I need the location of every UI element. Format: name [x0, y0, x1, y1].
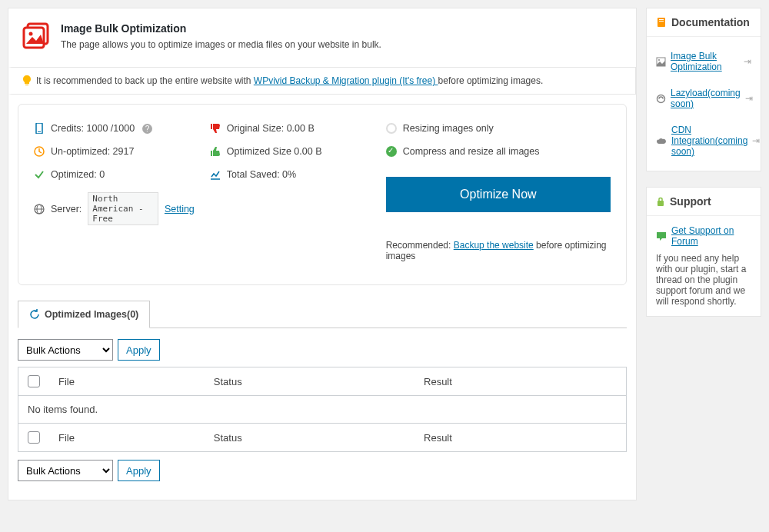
- backup-plugin-link[interactable]: WPvivid Backup & Migration plugin (It's …: [254, 75, 438, 86]
- chart-icon: [210, 169, 221, 180]
- external-icon: ⇥: [752, 135, 760, 146]
- radio-resize-only[interactable]: [386, 123, 397, 134]
- radio-compress-resize[interactable]: [386, 146, 397, 157]
- select-all-checkbox-top[interactable]: [28, 375, 40, 387]
- check-icon: [34, 169, 45, 180]
- results-table: File Status Result No items found. File …: [18, 367, 627, 452]
- bulk-actions-select-top[interactable]: Bulk Actions: [18, 339, 113, 361]
- total-saved-text: Total Saved: 0%: [227, 169, 296, 180]
- tabs-row: Optimized Images(0): [18, 301, 627, 328]
- support-forum-link[interactable]: Get Support on Forum: [671, 225, 751, 247]
- optimized-size-text: Optimized Size 0.00 B: [227, 146, 322, 157]
- lock-icon: [656, 196, 665, 207]
- col-status: Status: [205, 367, 414, 396]
- doc-link-cdn[interactable]: CDN Integration(coming soon): [671, 125, 747, 157]
- cloud-icon: [656, 137, 667, 145]
- documentation-box: Documentation Image Bulk Optimization ⇥ …: [646, 8, 761, 171]
- svg-rect-9: [657, 18, 665, 27]
- server-value: North American - Free: [88, 192, 158, 225]
- clock-icon: [34, 146, 45, 157]
- backup-notice: It is recommended to back up the entire …: [8, 67, 636, 95]
- svg-point-2: [29, 32, 33, 36]
- svg-rect-15: [657, 201, 664, 206]
- col-result: Result: [414, 367, 626, 396]
- documentation-heading: Documentation: [671, 16, 750, 28]
- lightbulb-icon: [22, 75, 32, 86]
- doc-link-bulk[interactable]: Image Bulk Optimization: [671, 51, 739, 72]
- svg-rect-11: [659, 21, 664, 22]
- svg-rect-4: [38, 131, 41, 132]
- empty-row: No items found.: [18, 396, 627, 424]
- credits-text: Credits: 1000 /1000: [51, 123, 135, 134]
- support-description: If you need any help with our plugin, st…: [656, 253, 751, 307]
- refresh-icon: [29, 309, 40, 320]
- notice-text-before: It is recommended to back up the entire …: [36, 75, 254, 86]
- book-icon: [656, 17, 667, 28]
- thumbs-down-icon: [210, 123, 221, 134]
- image-icon: [656, 57, 666, 67]
- option-compress-label: Compress and resize all images: [403, 146, 540, 157]
- backup-website-link[interactable]: Backup the website: [454, 240, 534, 251]
- original-size-text: Original Size: 0.00 B: [227, 123, 315, 134]
- unoptimized-text: Un-optimized: 2917: [51, 146, 134, 157]
- globe-icon: [34, 204, 45, 214]
- optimized-text: Optimized: 0: [51, 169, 105, 180]
- support-heading: Support: [670, 195, 711, 208]
- lazy-icon: [656, 94, 666, 104]
- comment-icon: [656, 231, 667, 241]
- col-file: File: [49, 367, 205, 396]
- server-setting-link[interactable]: Setting: [165, 204, 195, 214]
- recommended-text: Recommended: Backup the website before o…: [386, 240, 611, 261]
- support-box: Support Get Support on Forum If you need…: [646, 187, 761, 317]
- credits-icon: [34, 123, 45, 134]
- select-all-checkbox-bottom[interactable]: [28, 431, 40, 444]
- help-icon[interactable]: ?: [142, 124, 152, 134]
- optimize-now-button[interactable]: Optimize Now: [386, 177, 611, 212]
- page-header: Image Bulk Optimization The page allows …: [8, 8, 636, 67]
- svg-point-13: [658, 59, 660, 61]
- svg-point-14: [657, 95, 665, 102]
- stats-panel: Credits: 1000 /1000 ? Un-optimized: 2917…: [18, 104, 627, 285]
- external-icon: ⇥: [744, 56, 751, 67]
- external-icon: ⇥: [745, 93, 753, 104]
- apply-button-top[interactable]: Apply: [118, 339, 160, 361]
- apply-button-bottom[interactable]: Apply: [118, 460, 160, 481]
- bulk-actions-select-bottom[interactable]: Bulk Actions: [18, 460, 113, 481]
- thumbs-up-icon: [210, 146, 221, 157]
- page-title: Image Bulk Optimization: [61, 22, 381, 35]
- notice-text-after: before optimizing images.: [438, 75, 544, 86]
- plugin-logo-icon: [22, 22, 50, 50]
- doc-link-lazyload[interactable]: Lazyload(coming soon): [671, 88, 741, 109]
- page-description: The page allows you to optimize images o…: [61, 39, 381, 50]
- svg-rect-10: [659, 19, 664, 20]
- server-label: Server:: [51, 204, 82, 214]
- option-resize-label: Resizing images only: [403, 123, 494, 134]
- tab-optimized-images[interactable]: Optimized Images(0): [18, 301, 150, 328]
